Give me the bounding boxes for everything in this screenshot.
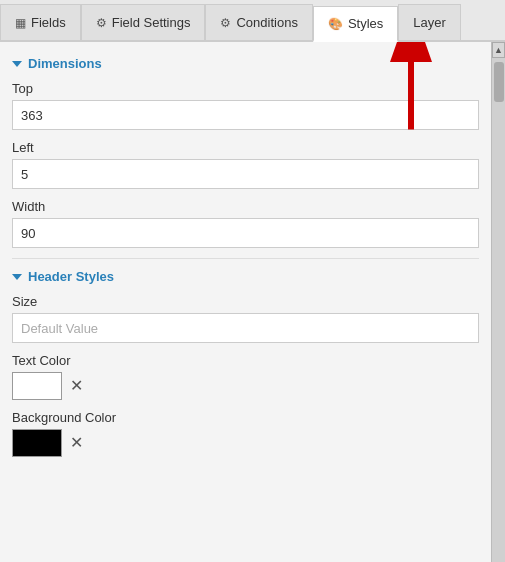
left-input[interactable] (12, 159, 479, 189)
tab-bar: ▦ Fields ⚙ Field Settings ⚙ Conditions 🎨… (0, 0, 505, 42)
tab-fields[interactable]: ▦ Fields (0, 4, 81, 40)
scrollbar-up-arrow[interactable]: ▲ (492, 42, 505, 58)
top-label: Top (12, 81, 479, 96)
scrollbar[interactable]: ▲ (491, 42, 505, 562)
size-input[interactable] (12, 313, 479, 343)
text-color-field-group: Text Color ✕ (12, 353, 479, 400)
palette-icon: 🎨 (328, 17, 343, 31)
settings-panel: Dimensions Top Left Width Header Styles … (0, 42, 491, 562)
chevron-down-icon-2 (12, 274, 22, 280)
tab-fields-label: Fields (31, 15, 66, 30)
tab-field-settings-label: Field Settings (112, 15, 191, 30)
tab-layer[interactable]: Layer (398, 4, 461, 40)
text-color-row: ✕ (12, 372, 479, 400)
scrollbar-thumb[interactable] (494, 62, 504, 102)
gear-icon-settings: ⚙ (96, 16, 107, 30)
text-color-clear-button[interactable]: ✕ (70, 378, 83, 394)
section-divider (12, 258, 479, 259)
text-color-swatch[interactable] (12, 372, 62, 400)
width-input[interactable] (12, 218, 479, 248)
dimensions-title: Dimensions (28, 56, 102, 71)
tab-styles-label: Styles (348, 16, 383, 31)
width-field-group: Width (12, 199, 479, 248)
tab-conditions-label: Conditions (236, 15, 297, 30)
left-label: Left (12, 140, 479, 155)
tab-styles[interactable]: 🎨 Styles (313, 6, 398, 42)
background-color-swatch[interactable] (12, 429, 62, 457)
background-color-clear-button[interactable]: ✕ (70, 435, 83, 451)
tab-conditions[interactable]: ⚙ Conditions (205, 4, 312, 40)
dimensions-section-header[interactable]: Dimensions (12, 56, 479, 71)
text-color-label: Text Color (12, 353, 479, 368)
grid-icon: ▦ (15, 16, 26, 30)
background-color-row: ✕ (12, 429, 479, 457)
tab-field-settings[interactable]: ⚙ Field Settings (81, 4, 206, 40)
size-label: Size (12, 294, 479, 309)
main-content: Dimensions Top Left Width Header Styles … (0, 42, 505, 562)
top-input[interactable] (12, 100, 479, 130)
background-color-label: Background Color (12, 410, 479, 425)
header-styles-section-header[interactable]: Header Styles (12, 269, 479, 284)
size-field-group: Size (12, 294, 479, 343)
gear-icon-conditions: ⚙ (220, 16, 231, 30)
background-color-field-group: Background Color ✕ (12, 410, 479, 457)
tab-layer-label: Layer (413, 15, 446, 30)
width-label: Width (12, 199, 479, 214)
top-field-group: Top (12, 81, 479, 130)
chevron-down-icon (12, 61, 22, 67)
left-field-group: Left (12, 140, 479, 189)
header-styles-title: Header Styles (28, 269, 114, 284)
